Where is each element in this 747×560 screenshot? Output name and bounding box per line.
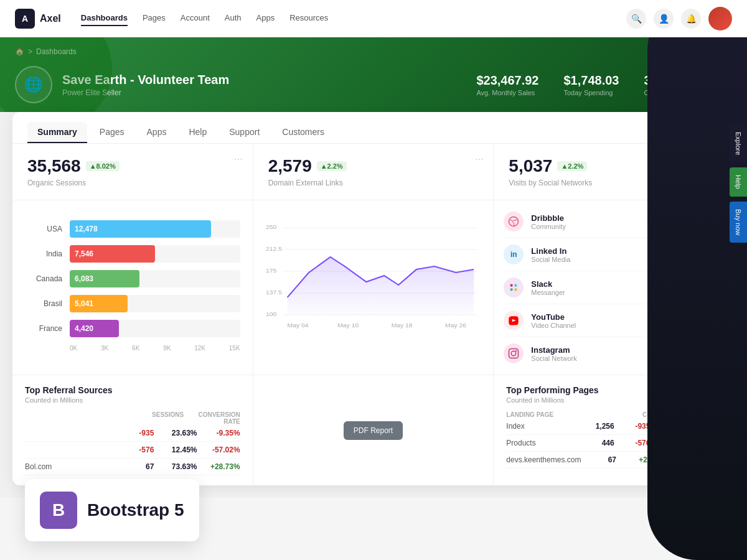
pdf-report-button[interactable]: PDF Report [344, 421, 403, 440]
referral-sub: Counted in Millions [25, 396, 113, 404]
hero-stat-today-spending: $1,748.03 Today Spending [564, 73, 619, 96]
referral-row2-name: Bol.com [25, 462, 111, 471]
bar-row-india: India 7,546 [25, 245, 240, 263]
pdf-report-panel: PDF Report [253, 375, 494, 485]
links-value: 2,579 ▲2.2% [268, 156, 479, 176]
referral-row2-rate-change: +28.73% [197, 462, 240, 471]
breadcrumb-current: Dashboards [36, 47, 77, 56]
top-pages-title: Top Performing Pages [506, 385, 598, 395]
more-dots-links[interactable]: ··· [475, 154, 483, 165]
bar-fill-india: 7,546 [70, 245, 155, 263]
bar-value-brasil: 5,041 [75, 299, 93, 308]
pages-row2-clicks-change: +24 [616, 455, 652, 464]
bar-axis: 0K3K6K9K12K15K [25, 345, 240, 352]
bar-chart: USA 12,478 India 7,546 [25, 220, 240, 352]
svg-point-21 [515, 350, 517, 352]
bar-fill-usa: 12,478 [70, 220, 211, 238]
svg-rect-18 [515, 289, 517, 291]
brand[interactable]: A Axel [15, 9, 61, 29]
hero-info: Save Earth - Volunteer Team Power Elite … [62, 73, 229, 97]
stats-row: ··· 35,568 ▲8.02% Organic Sessions ··· 2… [12, 144, 735, 200]
bottom-row: Top Referral Sources Counted in Millions… [12, 375, 735, 485]
referral-row1-rate-change: -57.02% [197, 446, 240, 454]
bar-row-usa: USA 12,478 [25, 220, 240, 238]
pages-row0-clicks-change: -935 [614, 422, 651, 431]
buy-now-button[interactable]: Buy now [730, 202, 747, 243]
line-chart-svg: 250 212.5 175 137.5 100 [266, 210, 481, 335]
hero-stat-label-1: Today Spending [564, 89, 619, 96]
nav-dashboards[interactable]: Dashboards [81, 11, 128, 26]
slack-icon [504, 278, 524, 297]
nav-auth[interactable]: Auth [225, 11, 242, 26]
bar-track-france: 4,420 [70, 320, 240, 337]
breadcrumb-home-icon[interactable]: 🏠 [15, 47, 24, 56]
help-button[interactable]: Help [730, 167, 747, 197]
dribbble-icon [504, 212, 524, 231]
pages-col-page: LANDING PAGE [506, 411, 609, 418]
bar-track-brasil: 5,041 [70, 295, 240, 312]
nav-resources[interactable]: Resources [289, 11, 328, 26]
bar-label-brasil: Brasil [25, 299, 62, 308]
bar-track-usa: 12,478 [70, 220, 240, 238]
hero-logo: 🌐 [15, 66, 52, 103]
nav-apps[interactable]: Apps [256, 11, 275, 26]
breadcrumb: 🏠 > Dashboards [15, 47, 732, 56]
instagram-icon [504, 343, 524, 363]
pages-row1-name: Products [506, 439, 578, 447]
bootstrap-watermark: B Bootstrap 5 [25, 479, 199, 498]
svg-rect-19 [509, 349, 519, 358]
tab-support[interactable]: Support [219, 122, 270, 143]
bar-value-france: 4,420 [75, 324, 93, 333]
bar-label-canada: Canada [25, 274, 62, 283]
youtube-icon [504, 310, 524, 330]
more-dots-sessions[interactable]: ··· [234, 154, 242, 165]
svg-text:May 26: May 26 [445, 322, 466, 329]
bar-label-usa: USA [25, 225, 62, 233]
linkedin-icon: in [504, 245, 524, 264]
bar-fill-france: 4,420 [70, 320, 119, 337]
charts-row: USA 12,478 India 7,546 [12, 200, 735, 375]
tab-summary[interactable]: Summary [27, 122, 87, 143]
svg-text:250: 250 [266, 224, 277, 230]
tab-pages[interactable]: Pages [90, 122, 134, 143]
search-icon[interactable]: 🔍 [626, 9, 646, 29]
bar-row-brasil: Brasil 5,041 [25, 295, 240, 312]
nav-right: 🔍 👤 🔔 [626, 7, 732, 30]
svg-text:100: 100 [266, 311, 277, 317]
referral-row2-rate: 73.63% [154, 462, 197, 471]
nav-links: Dashboards Pages Account Auth Apps Resou… [81, 11, 626, 26]
nav-pages[interactable]: Pages [143, 11, 166, 26]
referral-row0-sessions: -935 [111, 429, 154, 437]
svg-text:175: 175 [266, 268, 276, 274]
svg-text:212.5: 212.5 [266, 246, 282, 252]
hero-content: 🌐 Save Earth - Volunteer Team Power Elit… [15, 66, 732, 103]
hero-stat-monthly-sales: $23,467.92 Avg. Monthly Sales [476, 73, 538, 96]
tab-customers[interactable]: Customers [272, 122, 334, 143]
sessions-label: Organic Sessions [27, 179, 238, 187]
explore-button[interactable]: Explore [730, 124, 747, 162]
referral-title: Top Referral Sources [25, 385, 113, 395]
user-menu-icon[interactable]: 👤 [654, 9, 674, 29]
nav-account[interactable]: Account [181, 11, 210, 26]
avatar[interactable] [708, 7, 732, 30]
bar-row-canada: Canada 6,083 [25, 270, 240, 287]
sessions-change-badge: ▲8.02% [86, 161, 120, 171]
tab-help[interactable]: Help [179, 122, 217, 143]
svg-rect-17 [510, 289, 513, 291]
hero-stat-value-1: $1,748.03 [564, 73, 619, 88]
navbar: A Axel Dashboards Pages Account Auth App… [0, 0, 747, 37]
bar-label-france: France [25, 324, 62, 333]
bar-value-usa: 12,478 [75, 225, 98, 233]
svg-text:May 10: May 10 [337, 322, 359, 329]
pages-row2-name: devs.keenthemes.com [506, 455, 581, 464]
brand-icon: A [15, 9, 35, 29]
bar-fill-brasil: 5,041 [70, 295, 128, 312]
notifications-icon[interactable]: 🔔 [681, 9, 701, 29]
tab-apps[interactable]: Apps [137, 122, 177, 143]
referral-col-sessions: SESSIONS [133, 411, 184, 425]
bar-label-india: India [25, 250, 62, 258]
pages-row1-clicks: 446 [578, 439, 614, 447]
stat-domain-links: ··· 2,579 ▲2.2% Domain External Links [253, 144, 494, 200]
bar-row-france: France 4,420 [25, 320, 240, 337]
svg-rect-16 [515, 284, 517, 287]
